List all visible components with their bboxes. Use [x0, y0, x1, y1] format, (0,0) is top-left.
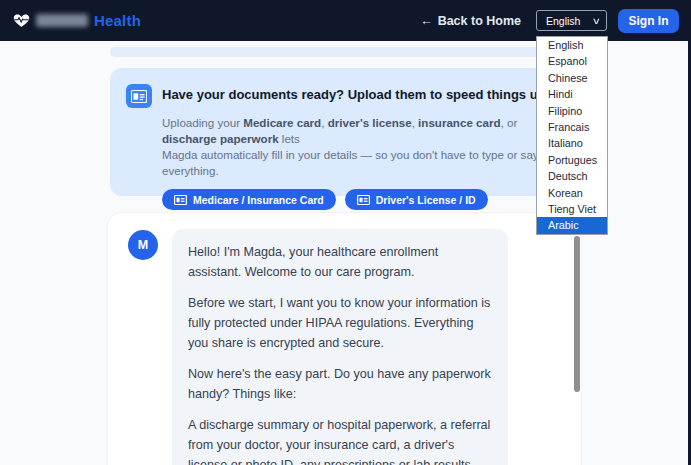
chat-panel: M Hello! I'm Magda, your healthcare enro…: [108, 213, 581, 465]
upload-card-description: Uploading your Medicare card, driver's l…: [162, 115, 565, 179]
back-to-home-label: Back to Home: [438, 14, 521, 28]
assistant-message-row: M Hello! I'm Magda, your healthcare enro…: [128, 229, 581, 465]
language-option-portugues[interactable]: Portugues: [537, 152, 607, 168]
language-option-filipino[interactable]: Filipino: [537, 103, 607, 119]
arrow-left-icon: ←: [420, 14, 433, 28]
upload-desc-line1: Uploading your Medicare card, driver's l…: [162, 115, 565, 147]
language-select-value: English: [546, 15, 580, 27]
language-option-espanol[interactable]: Espanol: [537, 53, 607, 69]
app-header: Health ← Back to Home English ∨ Sign In: [0, 0, 691, 41]
language-option-hindi[interactable]: Hindi: [537, 86, 607, 102]
message-paragraph: A discharge summary or hospital paperwor…: [188, 416, 492, 465]
brand[interactable]: Health: [13, 12, 141, 29]
medicare-insurance-card-button[interactable]: Medicare / Insurance Card: [162, 189, 336, 210]
assistant-avatar: M: [128, 230, 158, 260]
language-option-english[interactable]: English: [537, 37, 607, 53]
drivers-license-button[interactable]: Driver's License / ID: [345, 189, 488, 210]
back-to-home-link[interactable]: ← Back to Home: [420, 14, 521, 28]
language-option-korean[interactable]: Korean: [537, 185, 607, 201]
partial-card-sliver: [110, 47, 581, 57]
upload-card-title: Have your documents ready? Upload them t…: [162, 83, 550, 102]
id-card-badge-icon: [126, 84, 152, 108]
message-paragraph: Before we start, I want you to know your…: [188, 294, 492, 353]
id-card-icon: [357, 195, 370, 205]
language-select[interactable]: English ∨: [536, 10, 607, 31]
chevron-down-icon: ∨: [592, 16, 601, 26]
upload-documents-card: Have your documents ready? Upload them t…: [110, 68, 581, 196]
language-option-chinese[interactable]: Chinese: [537, 70, 607, 86]
language-option-francais[interactable]: Francais: [537, 119, 607, 135]
sign-in-button[interactable]: Sign In: [618, 9, 679, 33]
assistant-message-bubble: Hello! I'm Magda, your healthcare enroll…: [172, 229, 508, 465]
upload-desc-line2: Magda automatically fill in your details…: [162, 147, 565, 179]
dropdown-scrollbar[interactable]: [574, 236, 580, 392]
message-paragraph: Hello! I'm Magda, your healthcare enroll…: [188, 243, 492, 282]
language-option-tieng-viet[interactable]: Tieng Viet: [537, 201, 607, 217]
id-card-icon: [174, 195, 187, 205]
heart-pulse-icon: [13, 12, 30, 29]
message-paragraph: Now here's the easy part. Do you have an…: [188, 365, 492, 404]
language-dropdown-popup: English Espanol Chinese Hindi Filipino F…: [536, 36, 608, 235]
brand-suffix: Health: [94, 12, 141, 29]
language-option-deutsch[interactable]: Deutsch: [537, 168, 607, 184]
language-option-arabic[interactable]: Arabic: [537, 217, 607, 233]
language-option-italiano[interactable]: Italiano: [537, 135, 607, 151]
brand-name-redacted: [36, 14, 88, 27]
